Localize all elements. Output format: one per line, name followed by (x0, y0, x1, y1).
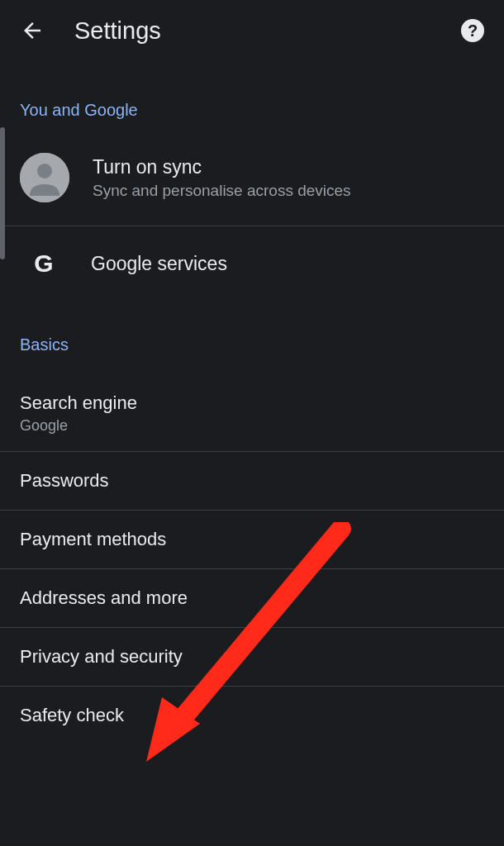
google-services-row[interactable]: G Google services (0, 226, 504, 301)
addresses-title: Addresses and more (20, 587, 484, 609)
passwords-title: Passwords (20, 470, 484, 492)
safety-check-title: Safety check (20, 705, 484, 726)
you-and-google-section-header: You and Google (0, 61, 504, 130)
search-engine-title: Search engine (20, 392, 484, 414)
help-icon[interactable]: ? (461, 19, 484, 42)
basics-section-header: Basics (0, 301, 504, 371)
google-g-icon: G (30, 250, 58, 278)
search-engine-subtitle: Google (20, 417, 484, 435)
back-arrow-icon[interactable] (20, 18, 45, 43)
privacy-security-title: Privacy and security (20, 646, 484, 668)
header-left: Settings (20, 17, 161, 45)
header-bar: Settings ? (0, 0, 504, 61)
payment-methods-title: Payment methods (20, 529, 484, 550)
passwords-item[interactable]: Passwords (0, 452, 504, 511)
payment-methods-item[interactable]: Payment methods (0, 511, 504, 569)
turn-on-sync-row[interactable]: Turn on sync Sync and personalise across… (0, 130, 504, 226)
sync-title: Turn on sync (93, 156, 351, 178)
search-engine-item[interactable]: Search engine Google (0, 371, 504, 452)
google-services-label: Google services (91, 253, 227, 275)
page-title: Settings (74, 17, 161, 45)
sync-subtitle: Sync and personalise across devices (93, 182, 351, 200)
safety-check-item[interactable]: Safety check (0, 687, 504, 744)
avatar-icon (20, 153, 69, 202)
addresses-item[interactable]: Addresses and more (0, 569, 504, 628)
privacy-security-item[interactable]: Privacy and security (0, 628, 504, 687)
scrollbar-indicator (0, 127, 5, 259)
svg-point-1 (37, 164, 52, 178)
sync-text-group: Turn on sync Sync and personalise across… (93, 156, 351, 200)
